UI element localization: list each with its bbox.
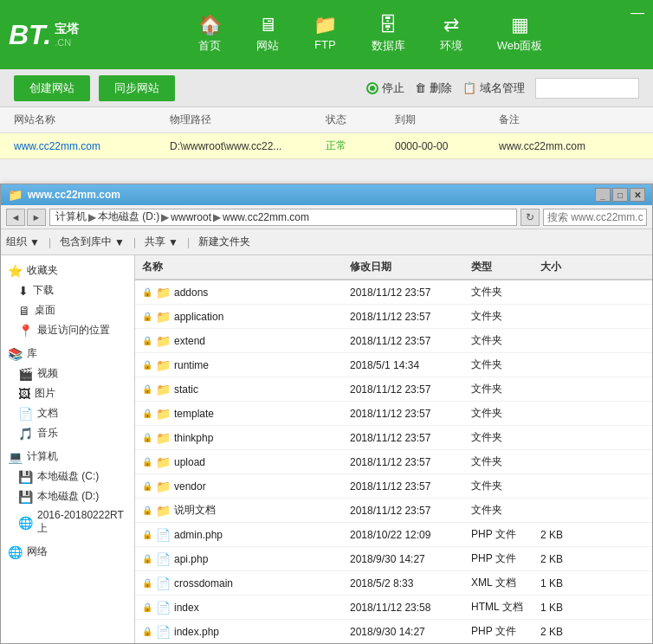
- organize-button[interactable]: 组织 ▼: [6, 235, 40, 249]
- list-item[interactable]: 🔒 📁 thinkphp 2018/11/12 23:57 文件夹: [135, 426, 652, 450]
- explorer-body: ⭐ 收藏夹 ⬇ 下载 🖥 桌面 📍 最近访问的位置 📚: [1, 255, 652, 643]
- site-table-header: 网站名称 物理路径 状态 到期 备注: [0, 107, 653, 133]
- list-item[interactable]: 🔒 📄 api.php 2018/9/30 14:27 PHP 文件 2 KB: [135, 547, 652, 571]
- nav-env[interactable]: ⇄ 环境: [423, 9, 480, 61]
- stop-radio-icon: [366, 82, 378, 94]
- site-table-row[interactable]: www.cc22mm.com D:\wwwroot\www.cc22... 正常…: [0, 133, 653, 159]
- file-name: index: [174, 602, 199, 614]
- nav-env-label: 环境: [440, 38, 462, 54]
- list-item[interactable]: 🔒 📁 extend 2018/11/12 23:57 文件夹: [135, 329, 652, 353]
- minimize-icon[interactable]: —: [630, 5, 644, 21]
- file-name: crossdomain: [174, 577, 233, 589]
- sidebar-item-recent[interactable]: 📍 最近访问的位置: [1, 320, 134, 340]
- drive-d-label: 本地磁盘 (D:): [37, 489, 99, 504]
- share-button[interactable]: 共享 ▼: [145, 235, 178, 249]
- col-header-type[interactable]: 类型: [464, 258, 533, 276]
- list-item[interactable]: 🔒 📄 index.php 2018/9/30 14:27 PHP 文件 2 K…: [135, 620, 652, 643]
- sidebar-item-library[interactable]: 📚 库: [1, 344, 134, 364]
- address-path[interactable]: 计算机 ▶ 本地磁盘 (D:) ▶ wwwroot ▶ www.cc22mm.c…: [49, 209, 517, 226]
- site-expire: 0000-00-00: [395, 140, 499, 152]
- file-date: 2018/11/12 23:57: [343, 479, 464, 494]
- logo-cn-text: .CN: [55, 37, 79, 48]
- music-label: 音乐: [37, 426, 58, 441]
- file-type: 文件夹: [464, 307, 533, 325]
- col-header-filename[interactable]: 名称: [135, 258, 343, 276]
- file-size: 2 KB: [533, 551, 594, 567]
- file-name: api.php: [174, 553, 208, 565]
- new-folder-button[interactable]: 新建文件夹: [198, 235, 250, 249]
- file-size: [533, 509, 594, 512]
- col-header-size[interactable]: 大小: [533, 258, 594, 276]
- list-item[interactable]: 🔒 📄 index 2018/11/12 23:58 HTML 文档 1 KB: [135, 596, 652, 620]
- file-date: 2018/11/12 23:57: [343, 309, 464, 325]
- delete-button[interactable]: 🗑 删除: [415, 80, 452, 96]
- nav-items: 🏠 首页 🖥 网站 📁 FTP 🗄 数据库 ⇄ 环境 ▦ Web面板: [96, 9, 644, 61]
- sidebar-item-drive-d[interactable]: 💾 本地磁盘 (D:): [1, 486, 134, 506]
- lock-icon: 🔒: [142, 287, 152, 297]
- close-window-button[interactable]: ✕: [630, 188, 645, 202]
- include-library-button[interactable]: 包含到库中 ▼: [60, 235, 125, 249]
- sidebar-item-computer[interactable]: 💻 计算机: [1, 447, 134, 467]
- sidebar-item-downloads[interactable]: ⬇ 下载: [1, 280, 134, 300]
- file-name: 说明文档: [174, 503, 216, 518]
- list-item[interactable]: 🔒 📁 application 2018/11/12 23:57 文件夹: [135, 305, 652, 329]
- back-button[interactable]: ◄: [6, 209, 25, 226]
- sidebar-item-network-drive[interactable]: 🌐 2016-20180222RT 上: [1, 506, 134, 538]
- refresh-button[interactable]: ↻: [520, 209, 540, 226]
- col-header-path: 物理路径: [170, 113, 326, 127]
- sidebar-item-drive-c[interactable]: 💾 本地磁盘 (C:): [1, 467, 134, 486]
- col-header-date[interactable]: 修改日期: [343, 258, 464, 276]
- list-item[interactable]: 🔒 📁 addons 2018/11/12 23:57 文件夹: [135, 280, 652, 305]
- explorer-search-input[interactable]: [543, 209, 647, 226]
- network-drive-icon: 🌐: [18, 516, 33, 530]
- create-website-button[interactable]: 创建网站: [14, 75, 90, 101]
- search-input[interactable]: [535, 78, 639, 99]
- sidebar-item-documents[interactable]: 📄 文档: [1, 403, 134, 423]
- stop-button[interactable]: 停止: [366, 80, 404, 96]
- list-item[interactable]: 🔒 📁 static 2018/11/12 23:57 文件夹: [135, 377, 652, 402]
- nav-ftp[interactable]: 📁 FTP: [296, 9, 354, 61]
- forward-button[interactable]: ►: [27, 209, 46, 226]
- lock-icon: 🔒: [142, 409, 152, 418]
- sidebar-item-video[interactable]: 🎬 视频: [1, 364, 134, 383]
- sidebar-item-favorites[interactable]: ⭐ 收藏夹: [1, 261, 134, 280]
- file-type: PHP 文件: [464, 550, 533, 568]
- list-item[interactable]: 🔒 📁 template 2018/11/12 23:57 文件夹: [135, 402, 652, 426]
- list-item[interactable]: 🔒 📁 vendor 2018/11/12 23:57 文件夹: [135, 474, 652, 499]
- list-item[interactable]: 🔒 📁 runtime 2018/5/1 14:34 文件夹: [135, 353, 652, 377]
- sidebar-item-pictures[interactable]: 🖼 图片: [1, 383, 134, 403]
- logo-baota: 宝塔: [55, 22, 79, 37]
- file-date: 2018/11/12 23:57: [343, 406, 464, 422]
- file-size: 1 KB: [533, 600, 594, 615]
- drive-d-icon: 💾: [18, 490, 33, 504]
- file-date: 2018/11/12 23:57: [343, 382, 464, 397]
- recent-icon: 📍: [18, 324, 33, 338]
- file-date: 2018/11/12 23:57: [343, 333, 464, 349]
- sidebar-item-network[interactable]: 🌐 网络: [1, 542, 134, 562]
- nav-website[interactable]: 🖥 网站: [239, 9, 296, 61]
- action-right: 停止 🗑 删除 📋 域名管理: [366, 78, 639, 99]
- list-item[interactable]: 🔒 📄 crossdomain 2018/5/2 8:33 XML 文档 1 K…: [135, 571, 652, 596]
- nav-database[interactable]: 🗄 数据库: [354, 9, 423, 61]
- list-item[interactable]: 🔒 📁 说明文档 2018/11/12 23:57 文件夹: [135, 499, 652, 523]
- domain-button[interactable]: 📋 域名管理: [462, 80, 525, 96]
- pictures-label: 图片: [35, 386, 55, 401]
- list-item[interactable]: 🔒 📄 admin.php 2018/10/22 12:09 PHP 文件 2 …: [135, 523, 652, 547]
- network-drive-label: 2016-20180222RT 上: [37, 509, 127, 536]
- left-sidebar: ⭐ 收藏夹 ⬇ 下载 🖥 桌面 📍 最近访问的位置 📚: [1, 255, 135, 643]
- minimize-window-button[interactable]: _: [595, 188, 611, 202]
- file-rows: 🔒 📁 addons 2018/11/12 23:57 文件夹 🔒 📁 appl…: [135, 280, 652, 643]
- drive-c-icon: 💾: [18, 470, 33, 484]
- sidebar-item-music[interactable]: 🎵 音乐: [1, 423, 134, 443]
- nav-home[interactable]: 🏠 首页: [181, 9, 239, 61]
- file-type: 文件夹: [464, 501, 533, 519]
- file-date: 2018/11/12 23:58: [343, 600, 464, 615]
- file-type: 文件夹: [464, 283, 533, 301]
- sync-website-button[interactable]: 同步网站: [99, 75, 175, 101]
- sidebar-item-desktop[interactable]: 🖥 桌面: [1, 300, 134, 320]
- file-icon: 📁: [156, 407, 171, 421]
- list-item[interactable]: 🔒 📁 upload 2018/11/12 23:57 文件夹: [135, 450, 652, 474]
- nav-webpanel[interactable]: ▦ Web面板: [480, 9, 560, 61]
- maximize-window-button[interactable]: □: [612, 188, 628, 202]
- folder-icon: 📁: [8, 188, 23, 202]
